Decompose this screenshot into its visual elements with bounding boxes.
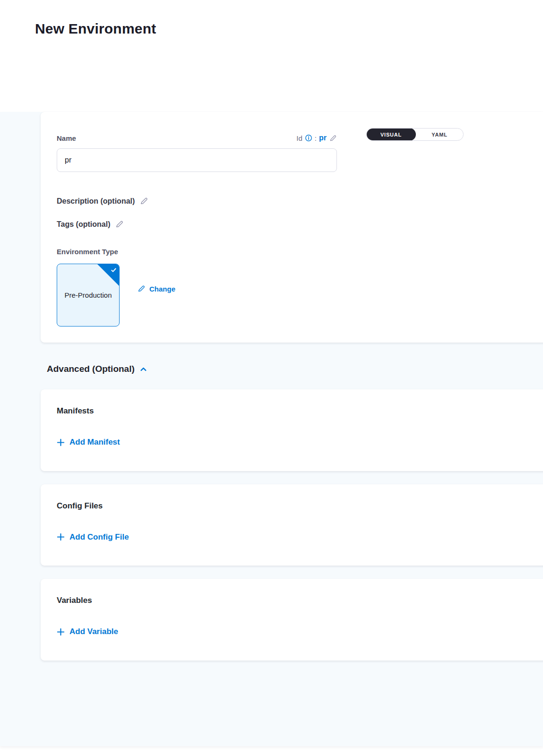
visual-yaml-toggle: VISUAL YAML — [366, 128, 464, 141]
add-variable-label: Add Variable — [69, 627, 118, 636]
toggle-yaml[interactable]: YAML — [416, 129, 463, 140]
edit-description-icon[interactable] — [139, 197, 148, 206]
name-id-row: Name Id : pr — [57, 134, 337, 142]
add-config-file-label: Add Config File — [69, 533, 129, 542]
check-icon — [110, 266, 117, 274]
description-row: Description (optional) — [57, 197, 530, 206]
config-files-title: Config Files — [57, 501, 530, 511]
id-separator: : — [315, 134, 317, 142]
manifests-title: Manifests — [57, 406, 530, 416]
env-type-tile-pre-production[interactable]: Pre-Production — [57, 264, 120, 326]
add-variable-button[interactable]: Add Variable — [57, 627, 118, 636]
variables-card: Variables Add Variable — [41, 579, 543, 661]
chevron-up-icon — [139, 365, 147, 373]
info-icon[interactable] — [305, 134, 312, 142]
footer-actions: Save Cancel — [0, 746, 543, 756]
edit-id-icon[interactable] — [329, 134, 337, 142]
plus-icon — [57, 628, 65, 636]
id-value: pr — [319, 134, 327, 142]
change-label: Change — [149, 285, 175, 293]
environment-type-label: Environment Type — [57, 248, 118, 256]
page-header: New Environment — [0, 0, 543, 67]
new-environment-page: New Environment VISUAL YAML Name Id — [0, 0, 543, 756]
name-label: Name — [57, 134, 76, 142]
tags-row: Tags (optional) — [57, 220, 530, 229]
tags-label: Tags (optional) — [57, 220, 110, 229]
add-manifest-button[interactable]: Add Manifest — [57, 438, 120, 447]
environment-type-row: Pre-Production — [57, 264, 530, 326]
edit-tags-icon[interactable] — [115, 220, 124, 229]
add-config-file-button[interactable]: Add Config File — [57, 533, 129, 542]
environment-type-section: Environment Type Pre-Production — [57, 248, 530, 326]
advanced-section-toggle[interactable]: Advanced (Optional) — [47, 364, 147, 374]
advanced-label: Advanced (Optional) — [47, 364, 135, 374]
edit-change-icon — [137, 284, 146, 293]
plus-icon — [57, 533, 65, 541]
plus-icon — [57, 438, 65, 447]
config-files-card: Config Files Add Config File — [41, 484, 543, 566]
page-title: New Environment — [35, 21, 543, 37]
environment-details-card: Name Id : pr — [41, 112, 543, 343]
form-area: VISUAL YAML Name Id : pr — [0, 112, 543, 746]
add-manifest-label: Add Manifest — [69, 438, 120, 447]
description-label: Description (optional) — [57, 197, 135, 206]
id-label: Id — [296, 134, 302, 142]
manifests-card: Manifests Add Manifest — [41, 389, 543, 471]
name-input[interactable] — [57, 148, 337, 172]
variables-title: Variables — [57, 596, 530, 605]
toggle-visual[interactable]: VISUAL — [366, 128, 416, 141]
change-env-type-button[interactable]: Change — [137, 284, 175, 293]
env-type-tile-label: Pre-Production — [64, 290, 112, 301]
id-display: Id : pr — [296, 134, 337, 142]
